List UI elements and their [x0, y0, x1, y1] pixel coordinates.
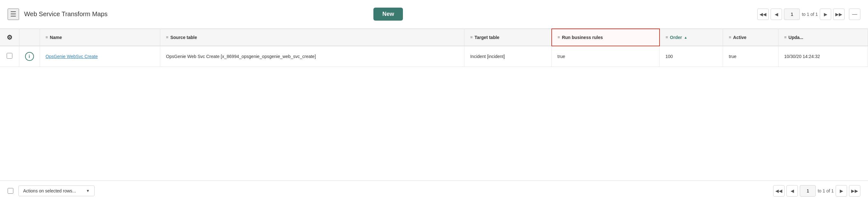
actions-dropdown-label: Actions on selected rows... — [23, 188, 76, 193]
row-target-table-cell: Incident [incident] — [464, 46, 552, 67]
col-header-active: ≡ Active — [723, 29, 778, 46]
app-container: ☰ Web Service Transform Maps New ◀◀ ◀ to… — [0, 0, 868, 201]
table-row: i OpsGenie WebSvc Create OpsGenie Web Sv… — [0, 46, 868, 67]
page-title: Web Service Transform Maps — [24, 10, 368, 18]
footer-last-page-button[interactable]: ▶▶ — [849, 185, 860, 197]
col-header-name: ≡ Name — [40, 29, 160, 46]
active-col-menu-icon: ≡ — [729, 35, 731, 40]
row-order-cell: 100 — [659, 46, 723, 67]
table-header-row: ⚙ ≡ Name ≡ Source table — [0, 29, 868, 46]
gear-icon[interactable]: ⚙ — [7, 34, 12, 41]
page-of-label: to 1 of 1 — [802, 12, 818, 17]
actions-dropdown[interactable]: Actions on selected rows... ▼ — [19, 186, 95, 196]
row-checkbox[interactable] — [7, 53, 12, 59]
last-page-button[interactable]: ▶▶ — [833, 8, 844, 20]
main-table: ⚙ ≡ Name ≡ Source table — [0, 29, 868, 67]
run-business-rules-col-menu-icon: ≡ — [558, 35, 560, 40]
target-table-col-menu-icon: ≡ — [470, 35, 473, 40]
header: ☰ Web Service Transform Maps New ◀◀ ◀ to… — [0, 0, 868, 29]
col-header-check: ⚙ — [0, 29, 19, 46]
footer: Actions on selected rows... ▼ ◀◀ ◀ to 1 … — [0, 180, 868, 201]
footer-first-page-button[interactable]: ◀◀ — [773, 185, 784, 197]
row-source-table-cell: OpsGenie Web Svc Create [x_86994_opsgeni… — [160, 46, 464, 67]
source-table-col-menu-icon: ≡ — [166, 35, 168, 40]
name-col-menu-icon: ≡ — [46, 35, 48, 40]
chevron-down-icon: ▼ — [86, 189, 90, 193]
order-col-menu-icon: ≡ — [665, 35, 668, 40]
table-container: ⚙ ≡ Name ≡ Source table — [0, 29, 868, 180]
col-header-updated: ≡ Upda... — [778, 29, 868, 46]
header-pagination: ◀◀ ◀ to 1 of 1 ▶ ▶▶ — — [757, 8, 860, 20]
col-header-run-business-rules: ≡ Run business rules — [552, 29, 659, 46]
row-name-cell: OpsGenie WebSvc Create — [40, 46, 160, 67]
hamburger-button[interactable]: ☰ — [8, 8, 19, 20]
footer-checkbox[interactable] — [8, 188, 13, 194]
col-header-order: ≡ Order ▲ — [659, 29, 723, 46]
sort-asc-icon: ▲ — [684, 35, 687, 39]
row-updated-cell: 10/30/20 14:24:32 — [778, 46, 868, 67]
footer-page-number-input[interactable] — [800, 185, 816, 197]
page-number-input[interactable] — [784, 8, 800, 20]
updated-col-menu-icon: ≡ — [784, 35, 787, 40]
footer-prev-page-button[interactable]: ◀ — [786, 185, 798, 197]
info-icon[interactable]: i — [25, 52, 34, 61]
footer-page-of-label: to 1 of 1 — [817, 188, 834, 193]
collapse-button[interactable]: — — [849, 8, 860, 20]
col-header-target-table: ≡ Target table — [464, 29, 552, 46]
row-active-cell: true — [723, 46, 778, 67]
new-button[interactable]: New — [373, 8, 403, 21]
first-page-button[interactable]: ◀◀ — [757, 8, 769, 20]
row-run-business-rules-cell: true — [552, 46, 659, 67]
next-page-button[interactable]: ▶ — [820, 8, 831, 20]
footer-pagination: ◀◀ ◀ to 1 of 1 ▶ ▶▶ — [773, 185, 860, 197]
row-checkbox-cell — [0, 46, 19, 67]
col-header-source-table: ≡ Source table — [160, 29, 464, 46]
row-info-cell: i — [19, 46, 40, 67]
col-header-info — [19, 29, 40, 46]
prev-page-button[interactable]: ◀ — [771, 8, 782, 20]
footer-next-page-button[interactable]: ▶ — [836, 185, 847, 197]
record-name-link[interactable]: OpsGenie WebSvc Create — [46, 54, 98, 59]
